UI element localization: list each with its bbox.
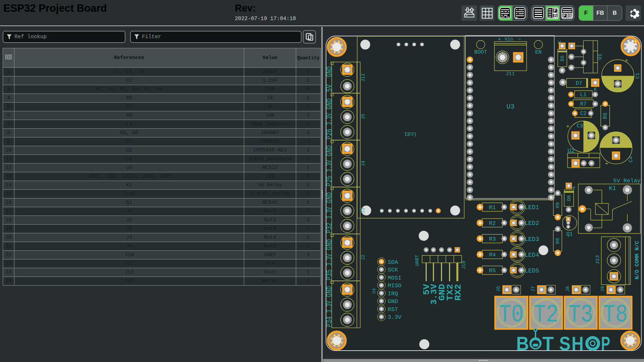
svg-text:S: S [559, 333, 571, 354]
svg-text:B: B [516, 333, 529, 354]
svg-text:J4: J4 [361, 161, 366, 167]
svg-text:U3: U3 [506, 103, 515, 111]
svg-text:GND: GND [325, 145, 334, 157]
svg-text:GND: GND [325, 239, 334, 250]
svg-text:T2: T2 [534, 301, 558, 329]
svg-text:K1: K1 [609, 185, 616, 192]
svg-text:K: K [572, 186, 577, 189]
svg-text:LED1: LED1 [525, 204, 539, 211]
svg-text:+: + [498, 37, 501, 43]
svg-text:3.3V: 3.3V [325, 301, 334, 313]
svg-text:T: T [542, 333, 554, 354]
svg-text:Q1: Q1 [566, 231, 573, 237]
svg-text:LED3: LED3 [525, 236, 539, 243]
svg-text:U1: U1 [597, 54, 603, 60]
svg-text:J9: J9 [600, 286, 605, 292]
svg-text:K: K [594, 87, 597, 92]
svg-text:+: + [605, 161, 608, 167]
svg-text:MISO: MISO [388, 283, 401, 289]
svg-text:C4: C4 [628, 156, 634, 162]
svg-text:P25: P25 [325, 176, 334, 186]
svg-text:LED4: LED4 [525, 252, 539, 258]
svg-text:RST: RST [388, 306, 398, 313]
svg-text:3.3V: 3.3V [325, 207, 334, 219]
svg-text:3.3V: 3.3V [388, 314, 402, 320]
svg-text:U4: U4 [372, 288, 377, 294]
svg-text:J10: J10 [461, 261, 467, 269]
svg-text:SDA: SDA [388, 259, 398, 265]
svg-text:GND: GND [325, 66, 334, 77]
svg-text:J7: J7 [531, 286, 536, 292]
svg-text:P32: P32 [325, 223, 334, 233]
svg-text:P35: P35 [325, 269, 334, 280]
svg-text:LED2: LED2 [525, 220, 539, 227]
svg-text:J13: J13 [595, 255, 601, 264]
svg-text:J12: J12 [361, 73, 366, 82]
svg-text:+: + [625, 57, 628, 64]
svg-text:GND: GND [388, 298, 398, 305]
svg-text:+: + [566, 123, 570, 130]
svg-text:GND: GND [325, 99, 334, 110]
svg-text:R8: R8 [555, 238, 561, 244]
svg-text:P: P [601, 333, 610, 354]
svg-text:R9: R9 [555, 202, 561, 208]
svg-text:LED5: LED5 [525, 267, 539, 274]
svg-text:C1: C1 [635, 73, 641, 79]
svg-text:BOOT: BOOT [474, 49, 487, 55]
svg-text:R1: R1 [489, 204, 496, 211]
svg-text:P34: P34 [325, 316, 334, 327]
svg-text:C3: C3 [577, 123, 583, 129]
svg-text:C2: C2 [580, 111, 586, 117]
svg-text:3.3V: 3.3V [325, 113, 334, 125]
svg-text:J6: J6 [496, 286, 501, 292]
svg-text:R6: R6 [602, 113, 608, 119]
svg-text:H: H [572, 333, 584, 354]
svg-text:D8: D8 [567, 195, 572, 201]
svg-text:J2: J2 [361, 255, 366, 260]
svg-text:D6: D6 [560, 56, 565, 61]
svg-text:IRQ: IRQ [388, 291, 398, 297]
svg-text:N/O COMM N/C: N/O COMM N/C [634, 241, 640, 280]
svg-text:R7: R7 [580, 101, 586, 107]
svg-text:J11: J11 [505, 71, 515, 77]
svg-text:5V: 5V [325, 84, 334, 92]
svg-text:R2: R2 [489, 220, 496, 227]
svg-text:D7: D7 [576, 80, 582, 86]
svg-text:J5: J5 [361, 114, 366, 120]
svg-text:5V Relay: 5V Relay [613, 178, 641, 184]
svg-text:GND: GND [325, 286, 334, 297]
svg-text:GND: GND [325, 192, 334, 203]
svg-text:Vin: Vin [504, 37, 513, 42]
svg-text:SCK: SCK [388, 267, 398, 273]
svg-text:J8: J8 [565, 286, 571, 292]
svg-text:L1: L1 [580, 92, 586, 98]
svg-text:3.3V: 3.3V [325, 160, 334, 172]
svg-text:T3: T3 [568, 301, 593, 329]
svg-text:RX2: RX2 [453, 284, 463, 301]
svg-text:3.3V: 3.3V [325, 254, 334, 266]
svg-text:MOSI: MOSI [388, 275, 401, 281]
svg-text:EN: EN [535, 49, 541, 55]
svg-text:J3: J3 [361, 208, 366, 214]
svg-text:−: − [518, 37, 521, 43]
svg-text:T8: T8 [603, 301, 628, 329]
svg-text:R3: R3 [489, 236, 496, 242]
svg-text:lcd1: lcd1 [404, 131, 417, 137]
svg-text:R5: R5 [489, 267, 496, 274]
svg-text:T0: T0 [499, 301, 524, 329]
svg-text:UART: UART [415, 255, 420, 266]
svg-text:R4: R4 [489, 252, 496, 258]
svg-text:P26: P26 [325, 129, 334, 139]
